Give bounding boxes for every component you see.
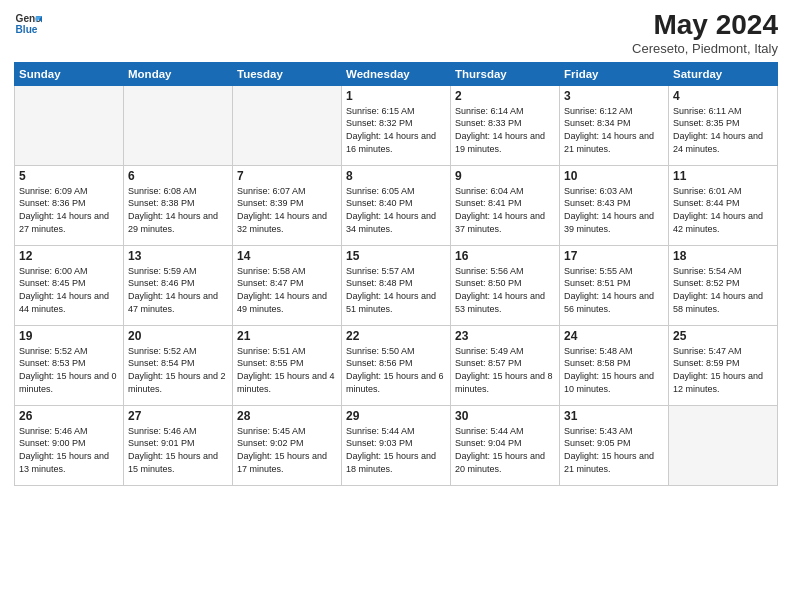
day-number: 21 <box>237 329 337 343</box>
calendar-week-1: 1Sunrise: 6:15 AM Sunset: 8:32 PM Daylig… <box>15 85 778 165</box>
day-info: Sunrise: 6:05 AM Sunset: 8:40 PM Dayligh… <box>346 185 446 235</box>
day-number: 20 <box>128 329 228 343</box>
calendar-cell: 24Sunrise: 5:48 AM Sunset: 8:58 PM Dayli… <box>560 325 669 405</box>
calendar-cell <box>669 405 778 485</box>
day-number: 24 <box>564 329 664 343</box>
calendar-cell: 2Sunrise: 6:14 AM Sunset: 8:33 PM Daylig… <box>451 85 560 165</box>
calendar-header-monday: Monday <box>124 62 233 85</box>
title-block: May 2024 Cereseto, Piedmont, Italy <box>632 10 778 56</box>
day-info: Sunrise: 5:43 AM Sunset: 9:05 PM Dayligh… <box>564 425 664 475</box>
day-number: 7 <box>237 169 337 183</box>
day-number: 4 <box>673 89 773 103</box>
calendar-cell: 27Sunrise: 5:46 AM Sunset: 9:01 PM Dayli… <box>124 405 233 485</box>
day-info: Sunrise: 5:52 AM Sunset: 8:53 PM Dayligh… <box>19 345 119 395</box>
calendar-header-thursday: Thursday <box>451 62 560 85</box>
day-info: Sunrise: 6:12 AM Sunset: 8:34 PM Dayligh… <box>564 105 664 155</box>
day-info: Sunrise: 6:09 AM Sunset: 8:36 PM Dayligh… <box>19 185 119 235</box>
calendar-cell: 30Sunrise: 5:44 AM Sunset: 9:04 PM Dayli… <box>451 405 560 485</box>
day-number: 27 <box>128 409 228 423</box>
day-number: 3 <box>564 89 664 103</box>
calendar-cell: 7Sunrise: 6:07 AM Sunset: 8:39 PM Daylig… <box>233 165 342 245</box>
day-number: 2 <box>455 89 555 103</box>
day-number: 18 <box>673 249 773 263</box>
day-info: Sunrise: 6:11 AM Sunset: 8:35 PM Dayligh… <box>673 105 773 155</box>
day-info: Sunrise: 5:54 AM Sunset: 8:52 PM Dayligh… <box>673 265 773 315</box>
day-info: Sunrise: 5:58 AM Sunset: 8:47 PM Dayligh… <box>237 265 337 315</box>
day-info: Sunrise: 5:55 AM Sunset: 8:51 PM Dayligh… <box>564 265 664 315</box>
calendar-cell: 4Sunrise: 6:11 AM Sunset: 8:35 PM Daylig… <box>669 85 778 165</box>
calendar-week-3: 12Sunrise: 6:00 AM Sunset: 8:45 PM Dayli… <box>15 245 778 325</box>
day-number: 19 <box>19 329 119 343</box>
day-number: 8 <box>346 169 446 183</box>
calendar-header-tuesday: Tuesday <box>233 62 342 85</box>
calendar-cell: 20Sunrise: 5:52 AM Sunset: 8:54 PM Dayli… <box>124 325 233 405</box>
day-info: Sunrise: 6:08 AM Sunset: 8:38 PM Dayligh… <box>128 185 228 235</box>
day-info: Sunrise: 5:49 AM Sunset: 8:57 PM Dayligh… <box>455 345 555 395</box>
calendar-header-sunday: Sunday <box>15 62 124 85</box>
calendar-cell: 17Sunrise: 5:55 AM Sunset: 8:51 PM Dayli… <box>560 245 669 325</box>
calendar-week-2: 5Sunrise: 6:09 AM Sunset: 8:36 PM Daylig… <box>15 165 778 245</box>
calendar-cell <box>124 85 233 165</box>
day-number: 16 <box>455 249 555 263</box>
calendar-cell: 26Sunrise: 5:46 AM Sunset: 9:00 PM Dayli… <box>15 405 124 485</box>
day-info: Sunrise: 6:00 AM Sunset: 8:45 PM Dayligh… <box>19 265 119 315</box>
day-number: 9 <box>455 169 555 183</box>
day-number: 6 <box>128 169 228 183</box>
calendar-cell: 14Sunrise: 5:58 AM Sunset: 8:47 PM Dayli… <box>233 245 342 325</box>
day-info: Sunrise: 5:47 AM Sunset: 8:59 PM Dayligh… <box>673 345 773 395</box>
calendar-cell: 22Sunrise: 5:50 AM Sunset: 8:56 PM Dayli… <box>342 325 451 405</box>
logo-icon: General Blue <box>14 10 42 38</box>
calendar-cell: 6Sunrise: 6:08 AM Sunset: 8:38 PM Daylig… <box>124 165 233 245</box>
day-number: 17 <box>564 249 664 263</box>
calendar-cell: 21Sunrise: 5:51 AM Sunset: 8:55 PM Dayli… <box>233 325 342 405</box>
day-number: 26 <box>19 409 119 423</box>
subtitle: Cereseto, Piedmont, Italy <box>632 41 778 56</box>
calendar-cell: 23Sunrise: 5:49 AM Sunset: 8:57 PM Dayli… <box>451 325 560 405</box>
day-info: Sunrise: 5:46 AM Sunset: 9:00 PM Dayligh… <box>19 425 119 475</box>
calendar-cell <box>15 85 124 165</box>
calendar-cell: 13Sunrise: 5:59 AM Sunset: 8:46 PM Dayli… <box>124 245 233 325</box>
calendar-cell: 28Sunrise: 5:45 AM Sunset: 9:02 PM Dayli… <box>233 405 342 485</box>
svg-text:Blue: Blue <box>16 24 38 35</box>
calendar-body: 1Sunrise: 6:15 AM Sunset: 8:32 PM Daylig… <box>15 85 778 485</box>
calendar-cell: 16Sunrise: 5:56 AM Sunset: 8:50 PM Dayli… <box>451 245 560 325</box>
calendar-cell: 18Sunrise: 5:54 AM Sunset: 8:52 PM Dayli… <box>669 245 778 325</box>
day-number: 5 <box>19 169 119 183</box>
day-number: 1 <box>346 89 446 103</box>
day-number: 23 <box>455 329 555 343</box>
day-number: 28 <box>237 409 337 423</box>
day-info: Sunrise: 5:48 AM Sunset: 8:58 PM Dayligh… <box>564 345 664 395</box>
day-number: 15 <box>346 249 446 263</box>
day-info: Sunrise: 6:01 AM Sunset: 8:44 PM Dayligh… <box>673 185 773 235</box>
day-number: 11 <box>673 169 773 183</box>
calendar-week-4: 19Sunrise: 5:52 AM Sunset: 8:53 PM Dayli… <box>15 325 778 405</box>
logo: General Blue <box>14 10 42 38</box>
day-info: Sunrise: 6:03 AM Sunset: 8:43 PM Dayligh… <box>564 185 664 235</box>
day-number: 31 <box>564 409 664 423</box>
calendar-cell <box>233 85 342 165</box>
day-info: Sunrise: 6:04 AM Sunset: 8:41 PM Dayligh… <box>455 185 555 235</box>
day-info: Sunrise: 5:44 AM Sunset: 9:03 PM Dayligh… <box>346 425 446 475</box>
calendar: SundayMondayTuesdayWednesdayThursdayFrid… <box>14 62 778 486</box>
calendar-cell: 10Sunrise: 6:03 AM Sunset: 8:43 PM Dayli… <box>560 165 669 245</box>
calendar-cell: 3Sunrise: 6:12 AM Sunset: 8:34 PM Daylig… <box>560 85 669 165</box>
main-title: May 2024 <box>632 10 778 41</box>
calendar-week-5: 26Sunrise: 5:46 AM Sunset: 9:00 PM Dayli… <box>15 405 778 485</box>
calendar-header-friday: Friday <box>560 62 669 85</box>
calendar-header-wednesday: Wednesday <box>342 62 451 85</box>
day-number: 12 <box>19 249 119 263</box>
day-number: 14 <box>237 249 337 263</box>
calendar-header-row: SundayMondayTuesdayWednesdayThursdayFrid… <box>15 62 778 85</box>
day-info: Sunrise: 5:56 AM Sunset: 8:50 PM Dayligh… <box>455 265 555 315</box>
calendar-cell: 19Sunrise: 5:52 AM Sunset: 8:53 PM Dayli… <box>15 325 124 405</box>
day-info: Sunrise: 5:51 AM Sunset: 8:55 PM Dayligh… <box>237 345 337 395</box>
calendar-cell: 9Sunrise: 6:04 AM Sunset: 8:41 PM Daylig… <box>451 165 560 245</box>
calendar-header-saturday: Saturday <box>669 62 778 85</box>
day-number: 29 <box>346 409 446 423</box>
calendar-cell: 5Sunrise: 6:09 AM Sunset: 8:36 PM Daylig… <box>15 165 124 245</box>
day-info: Sunrise: 6:15 AM Sunset: 8:32 PM Dayligh… <box>346 105 446 155</box>
calendar-cell: 11Sunrise: 6:01 AM Sunset: 8:44 PM Dayli… <box>669 165 778 245</box>
day-info: Sunrise: 5:52 AM Sunset: 8:54 PM Dayligh… <box>128 345 228 395</box>
day-info: Sunrise: 5:50 AM Sunset: 8:56 PM Dayligh… <box>346 345 446 395</box>
calendar-cell: 8Sunrise: 6:05 AM Sunset: 8:40 PM Daylig… <box>342 165 451 245</box>
